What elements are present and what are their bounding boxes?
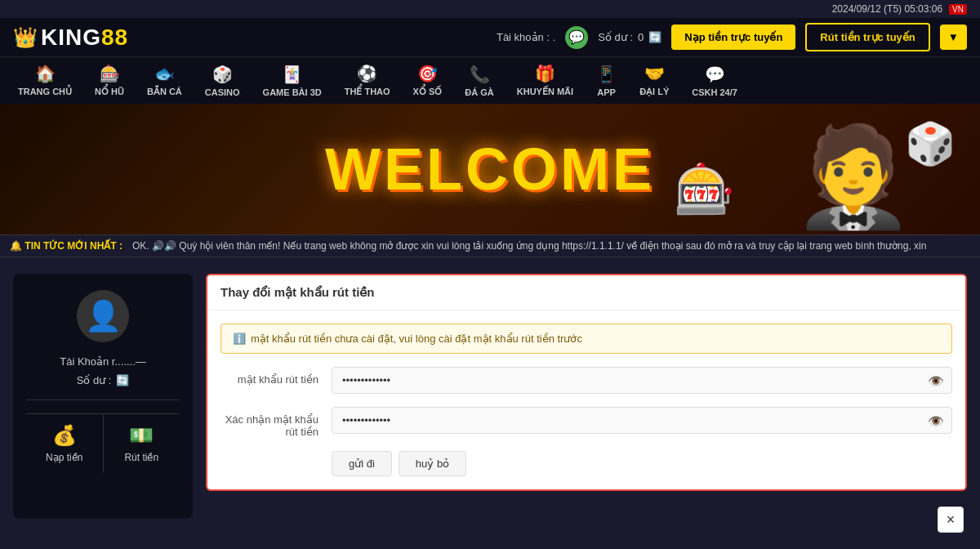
nav-icon-casino: 🎲 [212,65,233,84]
form-body: ℹ️ mật khẩu rút tiền chưa cài đặt, vui l… [207,310,965,489]
warning-icon: ℹ️ [233,333,246,345]
nav-item-da-ga[interactable]: 📞ĐÁ GÀ [453,58,505,104]
rut-tien-icon: 💵 [129,424,154,447]
confirm-password-input-wrap: 👁️ [332,407,952,434]
nav-label-khuyen-mai: KHUYẾN MÃI [517,87,573,97]
nav-icon-ban-ca: 🐟 [154,64,175,83]
main-header: 👑 KING88 Tài khoản : . 💬 Số dư : 0 🔄 Nạp… [0,18,980,56]
balance-refresh-icon[interactable]: 🔄 [648,31,662,43]
banner-character-icon: 🤵 [792,119,915,234]
deposit-button[interactable]: Nạp tiền trực tuyến [671,25,795,50]
banner-chips-icon: 🎰 [674,160,735,218]
rut-tien-button[interactable]: 💵 Rút tiền [104,413,180,473]
nav-icon-xo-so: 🎯 [417,64,438,83]
nav-bar: 🏠TRANG CHỦ🎰NỔ HŨ🐟BẮN CÁ🎲CASINO🃏GAME BÀI … [0,56,980,104]
nav-item-game-bai-3d[interactable]: 🃏GAME BÀI 3D [252,58,333,104]
username-label: Tài Khoản r.......— [60,355,146,368]
nap-tien-label: Nạp tiền [46,452,82,463]
nav-item-khuyen-mai[interactable]: 🎁KHUYẾN MÃI [506,57,585,104]
nav-item-no-hu[interactable]: 🎰NỔ HŨ [83,57,136,104]
password-input[interactable] [332,367,952,394]
sidebar-refresh-icon[interactable]: 🔄 [116,374,129,386]
sidebar: 👤 Tài Khoản r.......— Số dư : 🔄 💰 Nạp ti… [13,274,193,519]
rut-tien-label: Rút tiền [124,452,158,463]
nav-item-app[interactable]: 📱APP [585,58,628,104]
nav-item-ban-ca[interactable]: 🐟BẮN CÁ [136,57,194,104]
datetime: 2024/09/12 (T5) 05:03:06 [832,3,942,15]
avatar-icon: 👤 [85,299,122,333]
account-info: Tài khoản : . [497,31,555,43]
nav-icon-app: 📱 [596,65,617,84]
logo: 👑 KING88 [13,25,128,51]
nav-icon-da-ga: 📞 [470,65,490,84]
nav-icon-khuyen-mai: 🎁 [535,64,555,83]
nav-label-casino: CASINO [205,87,240,97]
form-container: Thay đổi mật khẩu rút tiền ℹ️ mật khẩu r… [206,274,967,519]
nav-label-da-ga: ĐÁ GÀ [465,87,493,97]
password-input-wrap: 👁️ [332,367,952,394]
logo-text: KING88 [41,25,128,51]
nav-label-the-thao: THỂ THAO [345,87,390,97]
password-field-row: mật khẩu rút tiền 👁️ [220,367,952,394]
nav-label-dai-ly: ĐẠI LÝ [639,87,669,97]
nap-tien-button[interactable]: 💰 Nạp tiền [26,413,104,473]
avatar: 👤 [77,290,129,342]
main-content: 👤 Tài Khoản r.......— Số dư : 🔄 💰 Nạp ti… [0,257,980,535]
nav-icon-no-hu: 🎰 [100,64,120,83]
balance-info: Số dư : 0 🔄 [598,31,662,43]
nav-label-ban-ca: BẮN CÁ [147,87,182,97]
withdraw-button[interactable]: Rút tiền trực tuyến [805,23,929,51]
banner-welcome-text: WELCOME [325,136,655,203]
password-label: mật khẩu rút tiền [220,367,318,386]
nav-label-cskh: CSKH 24/7 [692,87,737,97]
nav-item-cskh[interactable]: 💬CSKH 24/7 [680,58,749,104]
nav-label-xo-so: XỔ SỐ [413,87,443,97]
crown-icon: 👑 [13,26,38,49]
warning-text: mật khẩu rút tiền chưa cài đặt, vui lòng… [251,333,582,345]
nav-icon-game-bai-3d: 🃏 [282,65,302,84]
confirm-password-field-row: Xác nhận mật khẩu rút tiền 👁️ [220,407,952,438]
nav-label-app: APP [597,87,616,97]
nav-item-trang-chu[interactable]: 🏠TRANG CHỦ [7,57,83,104]
nav-label-game-bai-3d: GAME BÀI 3D [263,87,322,97]
sidebar-divider [26,399,180,400]
confirm-password-input[interactable] [332,407,952,434]
nav-item-xo-so[interactable]: 🎯XỔ SỐ [402,57,454,104]
news-label: 🔔 TIN TỨC MỚI NHẤT : [10,240,122,252]
header-right: Tài khoản : . 💬 Số dư : 0 🔄 Nạp tiền trự… [497,23,967,51]
news-ticker: 🔔 TIN TỨC MỚI NHẤT : OK. 🔊🔊 Quý hội viên… [0,234,980,257]
form-title: Thay đổi mật khẩu rút tiền [207,275,965,310]
form-box: Thay đổi mật khẩu rút tiền ℹ️ mật khẩu r… [206,274,967,491]
confirm-password-label: Xác nhận mật khẩu rút tiền [220,407,318,438]
dropdown-button[interactable]: ▼ [940,25,967,50]
eye-icon-2[interactable]: 👁️ [928,413,944,428]
submit-button[interactable]: gửi đi [332,451,392,476]
nav-item-the-thao[interactable]: ⚽THỂ THAO [333,57,402,104]
top-bar: 2024/09/12 (T5) 05:03:06 VN [0,0,980,18]
eye-icon-1[interactable]: 👁️ [928,373,944,388]
vn-flag: VN [949,4,967,15]
alert-warning: ℹ️ mật khẩu rút tiền chưa cài đặt, vui l… [220,324,952,354]
nav-label-trang-chu: TRANG CHỦ [18,87,72,97]
nav-label-no-hu: NỔ HŨ [95,87,124,97]
nav-icon-trang-chu: 🏠 [35,64,56,83]
nav-item-casino[interactable]: 🎲CASINO [194,58,252,104]
nav-icon-dai-ly: 🤝 [644,64,665,83]
nav-item-dai-ly[interactable]: 🤝ĐẠI LÝ [628,57,680,104]
chat-icon[interactable]: 💬 [565,26,588,49]
nap-tien-icon: 💰 [52,424,77,447]
news-text: OK. 🔊🔊 Quý hội viên thân mến! Nếu trang … [132,240,926,252]
sidebar-balance: Số dư : 🔄 [77,374,130,386]
nav-icon-cskh: 💬 [705,65,725,84]
banner: WELCOME 🎰 🤵 🎲 [0,104,980,234]
cancel-button[interactable]: huỷ bỏ [399,451,466,476]
sidebar-actions: 💰 Nạp tiền 💵 Rút tiền [26,413,180,473]
form-buttons: gửi đi huỷ bỏ [220,451,952,476]
nav-icon-the-thao: ⚽ [357,64,377,83]
close-button[interactable]: × [938,507,964,533]
